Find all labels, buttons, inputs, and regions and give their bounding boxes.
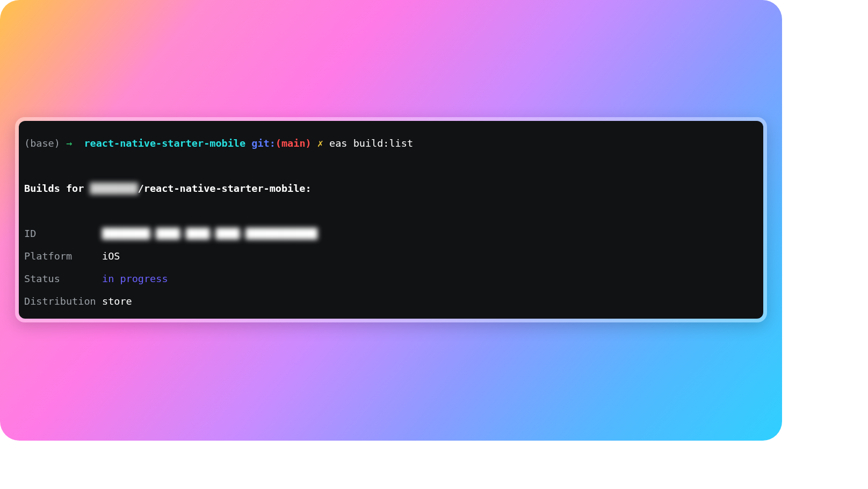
value-distribution: store bbox=[102, 296, 132, 307]
row-platform: PlatformiOS bbox=[24, 250, 758, 262]
row-id: ID████████-████-████-████-████████████ bbox=[24, 228, 758, 239]
value-status: in progress bbox=[102, 273, 168, 284]
row-distribution: Distributionstore bbox=[24, 296, 758, 307]
prompt-git: git: bbox=[251, 138, 276, 149]
row-status: Statusin progress bbox=[24, 273, 758, 284]
header-suffix: /react-native-starter-mobile: bbox=[138, 183, 312, 194]
header-prefix: Builds for bbox=[24, 183, 90, 194]
prompt-env: (base) bbox=[24, 138, 60, 149]
label-sdk: SDK Version bbox=[24, 318, 102, 319]
terminal-window: (base) → react-native-starter-mobile git… bbox=[15, 117, 767, 322]
value-platform: iOS bbox=[102, 250, 120, 262]
prompt-branch-close: ) bbox=[306, 138, 312, 149]
label-status: Status bbox=[24, 273, 102, 284]
prompt-command: eas build:list bbox=[329, 138, 413, 149]
gradient-card: (base) → react-native-starter-mobile git… bbox=[0, 0, 782, 441]
label-distribution: Distribution bbox=[24, 296, 102, 307]
label-id: ID bbox=[24, 228, 102, 239]
blank-line bbox=[24, 160, 758, 171]
blank-line bbox=[24, 205, 758, 217]
header-account-redacted: ████████ bbox=[90, 183, 138, 194]
row-sdk: SDK Version50.0.0 bbox=[24, 318, 758, 319]
label-platform: Platform bbox=[24, 250, 102, 262]
prompt-branch-open: ( bbox=[276, 138, 281, 149]
prompt-path: react-native-starter-mobile bbox=[84, 138, 245, 149]
prompt-branch: main bbox=[281, 138, 306, 149]
prompt-arrow: → bbox=[66, 138, 72, 149]
value-sdk: 50.0.0 bbox=[102, 318, 138, 319]
builds-header: Builds for ████████/react-native-starter… bbox=[24, 183, 758, 194]
prompt-dirty: ✗ bbox=[317, 138, 323, 149]
value-id-redacted: ████████-████-████-████-████████████ bbox=[102, 228, 317, 239]
prompt-line: (base) → react-native-starter-mobile git… bbox=[24, 138, 758, 149]
terminal-content[interactable]: (base) → react-native-starter-mobile git… bbox=[19, 121, 763, 319]
